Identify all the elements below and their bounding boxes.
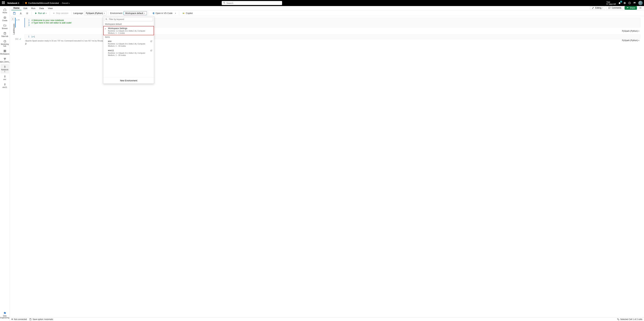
- nav-data-engineering[interactable]: Data Engineering: [1, 310, 9, 320]
- environment-label: Environment: [110, 12, 122, 14]
- env-item-env11[interactable]: env11 Runtime: 1.2 (Spark 3.4, Delta 2.4…: [103, 48, 154, 57]
- nav-workspaces[interactable]: Workspaces: [1, 48, 9, 56]
- nav-datahub[interactable]: Data hub: [1, 31, 9, 38]
- shield-icon: [25, 2, 27, 4]
- search-icon: [105, 18, 108, 20]
- comments-button[interactable]: Comments: [606, 6, 623, 10]
- nav-home[interactable]: Home: [1, 7, 9, 14]
- user-avatar[interactable]: [638, 1, 643, 5]
- svg-text:?: ?: [629, 2, 630, 4]
- open-external-icon[interactable]: [150, 40, 152, 42]
- copilot-side-button[interactable]: [638, 6, 642, 10]
- svg-point-19: [183, 12, 184, 14]
- tab-data[interactable]: Data: [37, 6, 46, 10]
- notifications-button[interactable]: 5: [618, 2, 621, 4]
- nav-env11[interactable]: env11: [1, 82, 9, 89]
- nav-monitoring[interactable]: Monitoring hub: [1, 38, 9, 48]
- download-button[interactable]: [18, 11, 24, 15]
- app-launcher[interactable]: [2, 1, 5, 5]
- tab-home[interactable]: Home: [12, 6, 22, 10]
- copilot-button[interactable]: Copilot: [181, 11, 194, 15]
- cell-language-badge[interactable]: PySpark (Python)▾: [622, 39, 639, 42]
- environment-dropdown: Workspace default ✓ Workspace Settings R…: [103, 16, 154, 84]
- nav-notebook1[interactable]: Notebook 1: [1, 64, 9, 74]
- nav-env[interactable]: env: [1, 74, 9, 81]
- search-input[interactable]: [222, 1, 282, 5]
- sensitivity-label[interactable]: Confidential\Microsoft Extended: [28, 2, 59, 4]
- svg-point-5: [4, 32, 6, 33]
- svg-rect-24: [617, 318, 618, 319]
- save-option[interactable]: Save option: Automatic: [29, 318, 53, 320]
- expand-side-panel-button[interactable]: »: [11, 17, 14, 20]
- env-group-workspace-default: Workspace default: [103, 22, 154, 26]
- new-environment-button[interactable]: New Environment: [103, 78, 154, 84]
- svg-point-11: [4, 58, 5, 59]
- stop-session-button[interactable]: Stop session: [52, 11, 70, 15]
- tab-view[interactable]: View: [46, 6, 55, 10]
- cell-selector-icon[interactable]: [617, 318, 619, 320]
- language-select[interactable]: PySpark (Python) ▾: [84, 11, 107, 15]
- connection-dot-icon: [12, 318, 13, 320]
- nav-browse[interactable]: Browse: [1, 23, 9, 30]
- env-filter-input[interactable]: [104, 17, 153, 21]
- svg-point-14: [640, 8, 640, 8]
- svg-point-13: [4, 59, 5, 60]
- global-search[interactable]: [222, 1, 282, 5]
- svg-rect-8: [5, 50, 6, 51]
- open-vscode-button[interactable]: Open in VS Code ▾: [150, 11, 177, 15]
- open-external-icon[interactable]: [150, 50, 152, 52]
- editing-mode-button[interactable]: Editing▾: [590, 6, 605, 10]
- selected-cell-status: Selected Cell 1 of 2 cells: [620, 318, 642, 320]
- svg-point-20: [106, 18, 107, 20]
- settings-gear-button[interactable]: [24, 11, 30, 15]
- run-all-button[interactable]: Run all ▾: [33, 11, 48, 15]
- trial-status[interactable]: Trial: 57 days left: [606, 1, 616, 5]
- chevron-down-icon: ▾: [104, 12, 105, 14]
- svg-line-21: [107, 20, 107, 20]
- notebook-name[interactable]: Notebook 1: [8, 2, 19, 4]
- nav-demo-env[interactable]: Shuaijun_Demo_Env: [1, 56, 9, 64]
- feedback-button[interactable]: [633, 2, 636, 4]
- svg-rect-9: [4, 51, 5, 52]
- run-cell-button[interactable]: ▷: [16, 19, 18, 21]
- env-item-env[interactable]: env Runtime: 1.2 (Spark 3.4, Delta 2.4),…: [103, 39, 154, 48]
- svg-point-16: [27, 13, 28, 14]
- language-label: Language: [73, 12, 83, 14]
- success-icon: ✓: [20, 38, 21, 40]
- connection-status: Not connected: [14, 318, 27, 320]
- save-button[interactable]: [12, 11, 17, 16]
- help-button[interactable]: ?: [628, 2, 631, 4]
- share-button[interactable]: Share: [624, 6, 637, 10]
- svg-rect-7: [4, 50, 5, 51]
- chevron-down-icon[interactable]: ▾: [175, 12, 176, 14]
- notifications-badge: 5: [620, 1, 622, 3]
- settings-button[interactable]: [623, 2, 626, 4]
- check-icon: ✓: [105, 28, 106, 30]
- svg-point-15: [640, 8, 641, 8]
- env-group-items: Items: [103, 35, 154, 39]
- tab-edit[interactable]: Edit: [22, 6, 29, 10]
- tab-run[interactable]: Run: [29, 6, 38, 10]
- lakehouses-tab[interactable]: Lakehouses: [13, 24, 15, 34]
- cell-language-badge[interactable]: PySpark (Python)▾: [622, 30, 639, 32]
- chevron-down-icon[interactable]: ▾: [69, 2, 70, 4]
- nav-create[interactable]: Create: [1, 15, 9, 22]
- env-item-workspace-settings[interactable]: ✓ Workspace Settings Runtime: 1.2 (Spark…: [103, 26, 154, 35]
- svg-point-12: [5, 58, 6, 59]
- svg-rect-10: [5, 51, 6, 52]
- cell-index: [1]: [15, 38, 18, 40]
- chevron-down-icon: ▾: [144, 12, 145, 14]
- environment-select[interactable]: Workspace default ▾: [124, 11, 147, 15]
- svg-rect-17: [53, 12, 54, 14]
- chevron-down-icon[interactable]: ▾: [18, 19, 20, 21]
- chevron-down-icon: ▾: [602, 7, 603, 9]
- svg-rect-25: [618, 319, 619, 320]
- chevron-down-icon[interactable]: ▾: [46, 12, 46, 14]
